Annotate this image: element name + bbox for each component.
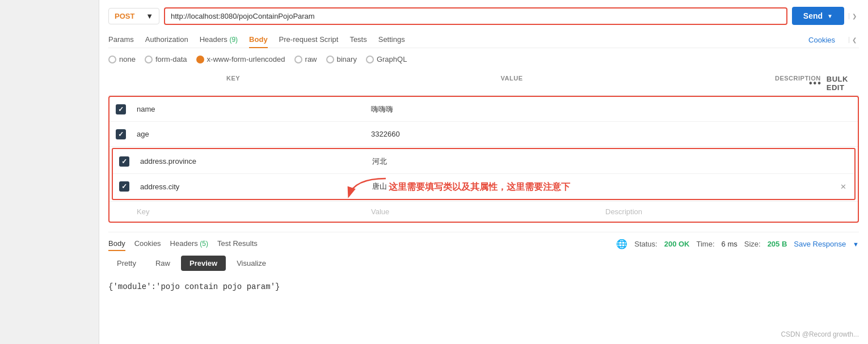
method-label: POST xyxy=(115,12,134,20)
radio-raw-circle xyxy=(294,56,302,63)
row1-checkbox-cell: ✓ xyxy=(109,104,132,114)
description-header: DESCRIPTION xyxy=(775,75,809,92)
key-header: KEY xyxy=(226,75,501,92)
fmt-pretty[interactable]: Pretty xyxy=(108,256,145,271)
table-row: ✓ address.city 唐山 ✕ xyxy=(113,174,854,199)
radio-binary-circle xyxy=(326,56,334,63)
main-content: POST ▼ http://localhost:8080/pojoContain… xyxy=(99,0,868,344)
save-chevron-icon[interactable]: ▼ xyxy=(853,241,859,248)
headers-badge: (9) xyxy=(229,36,238,44)
response-tab-cookies[interactable]: Cookies xyxy=(134,237,161,251)
radio-raw[interactable]: raw xyxy=(294,55,317,63)
response-section: Body Cookies Headers (5) Test Results 🌐 … xyxy=(108,232,859,297)
row4-checkbox[interactable]: ✓ xyxy=(119,181,129,192)
tab-prerequest[interactable]: Pre-request Script xyxy=(279,32,339,48)
save-response-button[interactable]: Save Response xyxy=(794,240,846,248)
new-row-key-placeholder[interactable]: Key xyxy=(132,203,366,220)
row1-key[interactable]: name xyxy=(132,99,366,119)
tab-settings[interactable]: Settings xyxy=(378,32,405,48)
time-value: 6 ms xyxy=(722,240,738,248)
table-row: ✓ age 3322660 xyxy=(109,122,858,147)
response-tab-testresults[interactable]: Test Results xyxy=(217,237,258,251)
send-chevron-icon: ▼ xyxy=(827,13,833,19)
row4-key[interactable]: address.city xyxy=(136,177,368,197)
url-input[interactable]: http://localhost:8080/pojoContainPojoPar… xyxy=(164,7,787,25)
radio-none-label: none xyxy=(119,55,136,63)
new-param-row: Key Value Description xyxy=(109,201,858,222)
row2-value[interactable]: 3322660 xyxy=(366,124,601,144)
response-tab-body[interactable]: Body xyxy=(108,237,125,251)
radio-binary-label: binary xyxy=(337,55,357,63)
fmt-raw[interactable]: Raw xyxy=(147,256,179,271)
value-header: VALUE xyxy=(501,75,776,92)
radio-none[interactable]: none xyxy=(108,55,136,63)
address-inner-box: ✓ address.province 河北 ✓ address.city 唐山 … xyxy=(112,148,856,200)
row3-key[interactable]: address.province xyxy=(136,151,368,171)
right-collapse-icon[interactable]: ❮ xyxy=(849,37,859,43)
tab-headers[interactable]: Headers (9) xyxy=(200,32,238,48)
radio-formdata-circle xyxy=(145,56,153,63)
new-row-desc-placeholder[interactable]: Description xyxy=(601,203,835,220)
table-header: KEY VALUE DESCRIPTION ••• Bulk Edit xyxy=(108,71,859,96)
globe-icon: 🌐 xyxy=(616,239,627,249)
radio-formdata[interactable]: form-data xyxy=(145,55,187,63)
request-tabs: Params Authorization Headers (9) Body Pr… xyxy=(108,32,859,48)
row4-desc xyxy=(600,181,832,192)
method-chevron-icon: ▼ xyxy=(146,12,153,20)
new-row-value-placeholder[interactable]: Value xyxy=(366,203,601,220)
response-tab-headers[interactable]: Headers (5) xyxy=(170,237,208,251)
table-row: ✓ name 嗨嗨嗨 xyxy=(109,97,858,122)
fmt-preview[interactable]: Preview xyxy=(181,256,226,271)
status-label: Status: xyxy=(634,240,657,248)
table-row: ✓ address.province 河北 xyxy=(113,149,854,174)
row4-checkbox-cell: ✓ xyxy=(113,181,136,192)
radio-graphql[interactable]: GraphQL xyxy=(366,55,407,63)
body-type-selector: none form-data x-www-form-urlencoded raw… xyxy=(108,55,859,63)
url-value: http://localhost:8080/pojoContainPojoPar… xyxy=(171,12,315,20)
status-value: 200 OK xyxy=(664,240,690,248)
radio-none-circle xyxy=(108,56,116,63)
tab-body[interactable]: Body xyxy=(249,32,268,48)
radio-graphql-circle xyxy=(366,56,374,63)
collapse-panel-button[interactable]: ❯ xyxy=(849,13,859,19)
radio-raw-label: raw xyxy=(305,55,317,63)
more-options-icon[interactable]: ••• xyxy=(809,78,822,88)
radio-urlencoded-label: x-www-form-urlencoded xyxy=(207,55,285,63)
time-label: Time: xyxy=(697,240,715,248)
row1-value[interactable]: 嗨嗨嗨 xyxy=(366,99,601,120)
row3-value[interactable]: 河北 xyxy=(368,151,600,172)
row3-checkbox-cell: ✓ xyxy=(113,156,136,167)
radio-binary[interactable]: binary xyxy=(326,55,357,63)
size-value: 205 B xyxy=(768,240,787,248)
params-table: ✓ name 嗨嗨嗨 ✓ age 3322660 xyxy=(108,96,859,223)
response-body-text: {'module':'pojo contain pojo param'} xyxy=(108,282,280,291)
watermark: CSDN @Record growth... xyxy=(781,330,859,338)
tab-authorization[interactable]: Authorization xyxy=(145,32,188,48)
radio-formdata-label: form-data xyxy=(155,55,187,63)
tab-tests[interactable]: Tests xyxy=(349,32,366,48)
row2-checkbox[interactable]: ✓ xyxy=(116,129,126,139)
response-headers-badge: (5) xyxy=(200,240,208,248)
row4-action[interactable]: ✕ xyxy=(832,182,854,191)
row3-checkbox[interactable]: ✓ xyxy=(119,156,129,167)
url-bar: POST ▼ http://localhost:8080/pojoContain… xyxy=(108,7,859,25)
method-dropdown[interactable]: POST ▼ xyxy=(108,8,159,24)
send-button[interactable]: Send ▼ xyxy=(792,7,844,25)
row1-desc xyxy=(601,104,835,115)
radio-urlencoded-circle xyxy=(196,56,204,63)
response-body: {'module':'pojo contain pojo param'} xyxy=(108,277,859,297)
fmt-visualize[interactable]: Visualize xyxy=(228,256,275,271)
row1-checkbox[interactable]: ✓ xyxy=(116,104,126,114)
size-label: Size: xyxy=(744,240,761,248)
tab-params[interactable]: Params xyxy=(108,32,134,48)
row2-desc xyxy=(601,129,835,140)
sidebar xyxy=(0,0,99,344)
send-label: Send xyxy=(803,11,823,20)
radio-urlencoded[interactable]: x-www-form-urlencoded xyxy=(196,55,285,63)
row4-value[interactable]: 唐山 xyxy=(368,176,600,197)
cookies-link[interactable]: Cookies xyxy=(808,36,835,44)
row3-desc xyxy=(600,156,832,167)
bulk-edit-button[interactable]: Bulk Edit xyxy=(827,75,854,92)
row2-key[interactable]: age xyxy=(132,124,366,144)
response-tabs: Body Cookies Headers (5) Test Results 🌐 … xyxy=(108,237,859,251)
